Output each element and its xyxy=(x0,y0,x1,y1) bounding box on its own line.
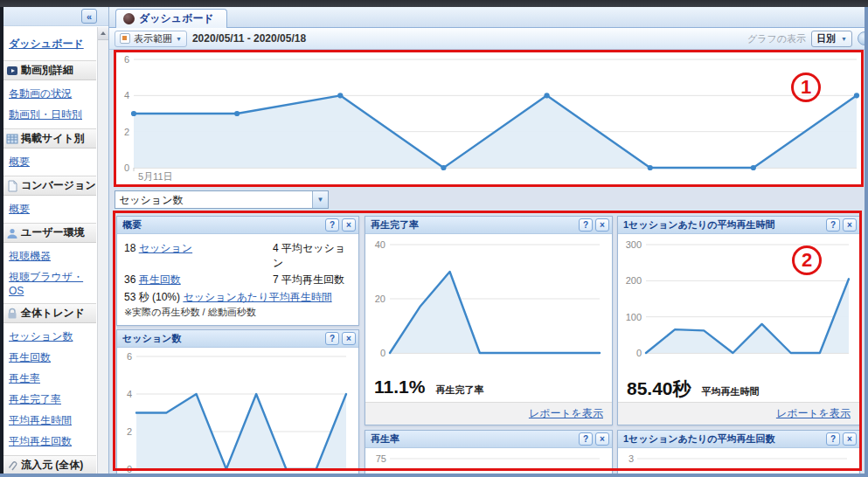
sidebar-item-dashboard[interactable]: ダッシュボード xyxy=(9,37,94,52)
metric-select-value: セッション数 xyxy=(115,191,312,208)
close-button[interactable]: × xyxy=(595,218,609,232)
scrollbar-up-icon[interactable] xyxy=(98,27,108,40)
close-button[interactable]: × xyxy=(342,218,356,232)
avg-play-time-link[interactable]: セッションあたり平均再生時間 xyxy=(183,291,331,303)
panel-title: 1セッションあたりの平均再生回数 xyxy=(623,432,823,446)
document-icon xyxy=(6,180,18,192)
sidebar-item-play-count[interactable]: 再生回数 xyxy=(9,350,94,365)
sidebar: « ダッシュボード 動画別詳細 各動画の状況 動画別・日時別 掲載サイト別 概要 xyxy=(3,7,109,474)
svg-text:3: 3 xyxy=(628,453,634,464)
sidebar-item-site-overview[interactable]: 概要 xyxy=(9,155,94,169)
sidebar-collapse-button[interactable]: « xyxy=(81,9,97,24)
video-icon xyxy=(6,65,18,77)
panel-play-rate: 再生率 ? × 75 xyxy=(365,430,613,474)
stat-value: 36 xyxy=(124,273,135,286)
section-label: 動画別詳細 xyxy=(21,63,73,78)
show-report-link[interactable]: レポートを表示 xyxy=(776,406,851,421)
graph-display-select[interactable]: 日別 ▼ xyxy=(811,31,852,47)
help-button[interactable]: ? xyxy=(579,432,593,446)
panel-overview: 概要 ? × 18 セッション 36 再生回数 xyxy=(116,216,359,326)
close-button[interactable]: × xyxy=(843,218,857,232)
close-button[interactable]: × xyxy=(595,432,609,446)
help-button[interactable]: ? xyxy=(325,218,339,232)
sidebar-nav: ダッシュボード 動画別詳細 各動画の状況 動画別・日時別 掲載サイト別 概要 xyxy=(3,27,96,474)
stat-value: 53 秒 (10%) xyxy=(124,291,180,303)
metric-select[interactable]: セッション数 ▼ xyxy=(115,190,329,209)
avg-play-time-chart: 3002001000 xyxy=(618,234,859,370)
panel-footer: レポートを表示 xyxy=(365,402,612,425)
paperclip-icon xyxy=(6,460,18,472)
display-range-button[interactable]: 表示範囲 ▼ xyxy=(115,31,187,47)
sidebar-section-by-site: 掲載サイト別 xyxy=(3,128,96,149)
dashboard-content: 64205月11日 セッション数 ▼ 概要 ? × 18 xyxy=(109,50,865,474)
chevron-down-icon[interactable]: ▼ xyxy=(312,191,328,208)
sidebar-item-conversion-overview[interactable]: 概要 xyxy=(9,202,94,217)
sessions-link[interactable]: セッション xyxy=(139,242,192,254)
sidebar-section-user-environment: ユーザー環境 xyxy=(3,223,96,243)
stat-avg-sessions: 4 平均セッション xyxy=(273,241,353,273)
sidebar-scrollbar[interactable] xyxy=(97,27,108,474)
panel-footer: レポートを表示 xyxy=(618,402,859,425)
panel-title: 再生率 xyxy=(371,432,576,446)
svg-text:200: 200 xyxy=(626,275,642,286)
panel-header: 概要 ? × xyxy=(117,217,358,234)
panel-session-count: セッション数 ? × 6420 xyxy=(116,329,359,474)
display-range-label: 表示範囲 xyxy=(134,32,172,45)
window-border-bottom xyxy=(0,474,868,477)
sidebar-section-conversion: コンバージョン xyxy=(3,176,96,196)
overview-stats: 18 セッション 36 再生回数 4 平均セッション xyxy=(117,234,358,319)
tab-dashboard[interactable]: ダッシュボード xyxy=(115,9,227,28)
trend-icon xyxy=(6,308,18,320)
close-button[interactable]: × xyxy=(843,432,857,446)
svg-text:0: 0 xyxy=(380,348,385,358)
svg-text:4: 4 xyxy=(127,389,132,399)
svg-text:0: 0 xyxy=(127,464,132,474)
tab-bar: ダッシュボード xyxy=(109,7,865,28)
sidebar-item-avg-play-time[interactable]: 平均再生時間 xyxy=(9,413,94,428)
tab-label: ダッシュボード xyxy=(139,11,214,26)
sidebar-item-video-status[interactable]: 各動画の状況 xyxy=(9,86,94,101)
close-button[interactable]: × xyxy=(342,332,356,345)
svg-text:300: 300 xyxy=(626,239,642,250)
sidebar-item-play-rate[interactable]: 再生率 xyxy=(9,371,94,386)
play-count-link[interactable]: 再生回数 xyxy=(139,273,181,286)
section-label: 掲載サイト別 xyxy=(21,131,85,146)
stat-avg-play-time: 53 秒 (10%) セッションあたり平均再生時間 xyxy=(124,291,353,304)
help-button[interactable]: ? xyxy=(826,432,840,446)
window-border-right xyxy=(865,7,868,477)
help-button[interactable]: ? xyxy=(579,218,593,232)
svg-text:6: 6 xyxy=(124,54,129,65)
calendar-icon xyxy=(120,33,130,44)
big-value: 11.1% xyxy=(374,377,425,398)
svg-text:4: 4 xyxy=(124,90,129,100)
sidebar-item-video-by-datetime[interactable]: 動画別・日時別 xyxy=(9,107,94,122)
session-count-chart: 6420 xyxy=(117,348,358,474)
sidebar-item-viewing-device[interactable]: 視聴機器 xyxy=(9,249,94,264)
help-button[interactable]: ? xyxy=(325,332,339,345)
help-button[interactable]: ? xyxy=(826,218,840,232)
sidebar-item-session-count[interactable]: セッション数 xyxy=(9,329,94,344)
svg-text:75: 75 xyxy=(376,453,386,464)
caret-down-icon: ▼ xyxy=(176,36,182,42)
section-label: 流入元 (全体) xyxy=(21,458,83,473)
app-window: « ダッシュボード 動画別詳細 各動画の状況 動画別・日時別 掲載サイト別 概要 xyxy=(0,0,868,477)
sidebar-header: « xyxy=(3,7,108,26)
big-label: 平均再生時間 xyxy=(702,385,760,398)
svg-text:0: 0 xyxy=(124,162,129,173)
show-report-link[interactable]: レポートを表示 xyxy=(529,406,603,421)
toolbar: 表示範囲 ▼ 2020/05/11 - 2020/05/18 グラフの表示 日別… xyxy=(109,28,865,50)
svg-text:2: 2 xyxy=(124,127,129,137)
overview-note: ※実際の再生秒数 / 総動画秒数 xyxy=(124,306,353,319)
sidebar-item-completion-rate[interactable]: 再生完了率 xyxy=(9,392,94,407)
main-trend-chart-panel: 64205月11日 xyxy=(114,51,864,186)
main-area: ダッシュボード 表示範囲 ▼ 2020/05/11 - 2020/05/18 グ… xyxy=(109,7,865,474)
user-icon xyxy=(6,227,18,239)
svg-text:100: 100 xyxy=(626,312,642,322)
sidebar-item-browser-os[interactable]: 視聴ブラウザ・OS xyxy=(9,270,94,297)
sessions-trend-chart: 64205月11日 xyxy=(116,52,861,187)
svg-text:6: 6 xyxy=(127,351,132,362)
stat-sessions: 18 セッション xyxy=(124,241,273,273)
sidebar-item-avg-play-count[interactable]: 平均再生回数 xyxy=(9,434,94,449)
panel-completion-rate: 再生完了率 ? × 40200 11.1% 再生完了率 レポートを表示 xyxy=(365,216,613,425)
big-value: 85.40秒 xyxy=(627,377,691,401)
